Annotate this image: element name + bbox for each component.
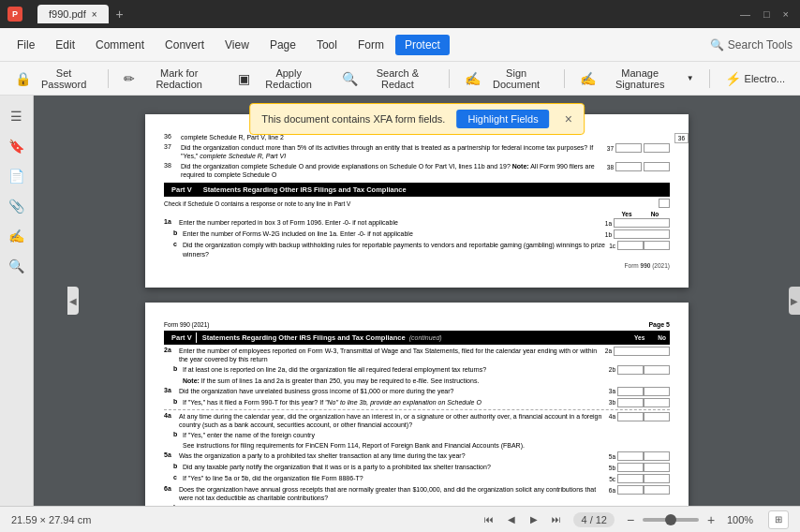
electro-button[interactable]: ⚡ Electro...: [718, 67, 793, 90]
prev-page-button[interactable]: ◀: [502, 510, 521, 529]
pdf-page-2: Form 990 (2021) Page 5 Part V Statements…: [145, 303, 689, 506]
pdf-viewer: This document contains XFA form fields. …: [34, 96, 800, 506]
signatures-icon: ✍: [580, 71, 596, 86]
tab-label: f990.pdf: [49, 8, 86, 20]
sidebar-icon-layers[interactable]: 📄: [4, 163, 30, 189]
page-indicator: 4 / 12: [573, 512, 615, 527]
toolbar-divider-2: [449, 69, 450, 88]
page2-num: Page 5: [648, 321, 670, 328]
menu-page[interactable]: Page: [260, 35, 305, 55]
menu-form[interactable]: Form: [348, 35, 393, 55]
lock-icon: 🔒: [15, 71, 31, 86]
main-area: ☰ 🔖 📄 📎 ✍ 🔍 This document contains XFA f…: [0, 96, 800, 506]
apply-redaction-button[interactable]: ▣ Apply Redaction: [230, 64, 331, 94]
page2-label: Form 990 (2021): [164, 321, 209, 328]
right-panel-collapse-button[interactable]: ▶: [789, 287, 800, 315]
title-bar-left: P f990.pdf × +: [7, 5, 139, 23]
sidebar-icon-search[interactable]: 🔍: [4, 253, 30, 279]
last-page-button[interactable]: ⏭: [547, 510, 566, 529]
apply-icon: ▣: [238, 71, 250, 86]
menu-bar: File Edit Comment Convert View Page Tool…: [0, 28, 800, 62]
zoom-level-display: 100%: [727, 514, 761, 525]
xfa-banner: This document contains XFA form fields. …: [249, 103, 585, 135]
chevron-down-icon: ▼: [687, 74, 694, 82]
close-window-button[interactable]: ×: [779, 7, 793, 22]
sidebar-collapse-button[interactable]: ◀: [67, 287, 79, 315]
pdf-page-1: 36 complete Schedule R, Part V, line 2 3…: [145, 114, 689, 288]
sign-document-button[interactable]: ✍ Sign Document: [457, 64, 556, 94]
set-password-button[interactable]: 🔒 Set Password: [7, 64, 100, 94]
status-bar: 21.59 × 27.94 cm ⏮ ◀ ▶ ⏭ 4 / 12 − + 100%…: [0, 506, 800, 532]
menu-comment[interactable]: Comment: [86, 35, 154, 55]
zoom-out-button[interactable]: −: [622, 511, 639, 528]
first-page-button[interactable]: ⏮: [480, 510, 498, 529]
maximize-button[interactable]: □: [760, 7, 774, 22]
left-sidebar: ☰ 🔖 📄 📎 ✍ 🔍: [0, 96, 34, 506]
mark-for-redaction-button[interactable]: ✏ Mark for Redaction: [116, 64, 227, 94]
zoom-thumb[interactable]: [665, 514, 676, 525]
menu-view[interactable]: View: [215, 35, 259, 55]
page-navigation: ⏮ ◀ ▶ ⏭: [480, 510, 566, 529]
zoom-controls: − +: [622, 511, 719, 528]
active-tab[interactable]: f990.pdf ×: [37, 5, 109, 23]
mark-icon: ✏: [124, 71, 135, 86]
menu-tool[interactable]: Tool: [307, 35, 347, 55]
menu-protect[interactable]: Protect: [395, 35, 450, 55]
toolbar-divider-3: [564, 69, 565, 88]
sidebar-icon-attachments[interactable]: 📎: [4, 193, 30, 219]
zoom-in-button[interactable]: +: [703, 511, 719, 528]
search-icon: 🔍: [710, 38, 724, 52]
toolbar-divider-1: [108, 69, 109, 88]
highlight-fields-button[interactable]: Highlight Fields: [456, 110, 549, 128]
pdf-pages-container: 36 complete Schedule R, Part V, line 2 3…: [34, 96, 800, 506]
sign-icon: ✍: [465, 71, 481, 86]
window-controls: — □ ×: [736, 7, 793, 22]
tab-close-button[interactable]: ×: [92, 9, 97, 20]
menu-convert[interactable]: Convert: [156, 35, 214, 55]
next-page-button[interactable]: ▶: [525, 510, 543, 529]
search-redact-button[interactable]: 🔍 Search & Redact: [334, 64, 441, 94]
search-redact-icon: 🔍: [342, 71, 358, 86]
tab-bar: f990.pdf × +: [37, 5, 131, 23]
xfa-banner-text: This document contains XFA form fields.: [261, 113, 445, 125]
app-icon: P: [7, 7, 22, 22]
manage-signatures-button[interactable]: ✍ Manage Signatures ▼: [572, 64, 702, 94]
zoom-slider[interactable]: [643, 518, 699, 522]
sidebar-icon-bookmarks[interactable]: 🔖: [4, 133, 30, 159]
electro-icon: ⚡: [725, 71, 741, 86]
toolbar-divider-4: [709, 69, 710, 88]
title-bar: P f990.pdf × + — □ ×: [0, 0, 800, 28]
minimize-button[interactable]: —: [736, 7, 754, 22]
menu-edit[interactable]: Edit: [46, 35, 84, 55]
document-dimensions: 21.59 × 27.94 cm: [11, 514, 91, 525]
status-bar-right: ⏮ ◀ ▶ ⏭ 4 / 12 − + 100% ⊞: [480, 510, 789, 529]
new-tab-button[interactable]: +: [109, 5, 131, 23]
fit-page-button[interactable]: ⊞: [768, 510, 789, 529]
sidebar-icon-signatures[interactable]: ✍: [4, 223, 30, 249]
menu-file[interactable]: File: [7, 35, 44, 55]
banner-close-button[interactable]: ×: [565, 111, 572, 126]
protect-toolbar: 🔒 Set Password ✏ Mark for Redaction ▣ Ap…: [0, 62, 800, 96]
sidebar-icon-pages[interactable]: ☰: [4, 103, 30, 129]
search-tools[interactable]: 🔍 Search Tools: [710, 38, 793, 52]
